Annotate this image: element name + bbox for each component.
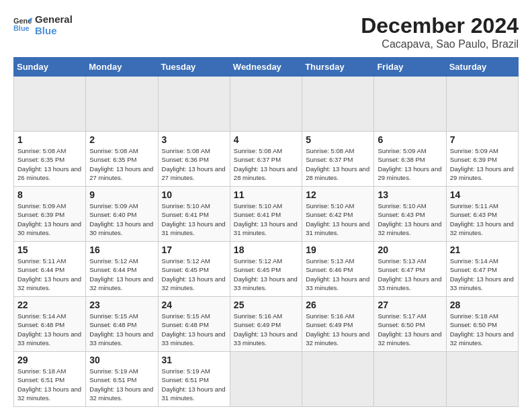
calendar-week-row: 22Sunrise: 5:14 AMSunset: 6:48 PMDayligh… [14,297,519,352]
logo: General Blue GeneralBlue [13,13,73,37]
calendar-cell: 24Sunrise: 5:15 AMSunset: 6:48 PMDayligh… [158,297,230,352]
calendar-cell: 20Sunrise: 5:13 AMSunset: 6:47 PMDayligh… [374,242,446,297]
calendar-week-row [14,77,519,132]
day-number: 24 [162,300,226,310]
day-info: Sunrise: 5:18 AMSunset: 6:50 PMDaylight:… [450,312,515,347]
day-info: Sunrise: 5:08 AMSunset: 6:35 PMDaylight:… [89,146,154,182]
calendar-week-row: 29Sunrise: 5:18 AMSunset: 6:51 PMDayligh… [14,352,519,407]
column-header-tuesday: Tuesday [158,58,230,77]
day-info: Sunrise: 5:08 AMSunset: 6:35 PMDaylight:… [17,146,82,182]
calendar-cell: 15Sunrise: 5:11 AMSunset: 6:44 PMDayligh… [14,242,86,297]
calendar-cell: 12Sunrise: 5:10 AMSunset: 6:42 PMDayligh… [302,187,374,242]
day-info: Sunrise: 5:08 AMSunset: 6:37 PMDaylight:… [306,146,370,182]
calendar-cell: 30Sunrise: 5:19 AMSunset: 6:51 PMDayligh… [86,352,158,407]
calendar-cell [14,77,86,132]
day-info: Sunrise: 5:09 AMSunset: 6:39 PMDaylight:… [450,146,515,182]
day-number: 30 [89,355,154,365]
calendar-cell: 13Sunrise: 5:10 AMSunset: 6:43 PMDayligh… [374,187,446,242]
day-info: Sunrise: 5:14 AMSunset: 6:48 PMDaylight:… [17,312,82,347]
day-info: Sunrise: 5:15 AMSunset: 6:48 PMDaylight:… [162,312,226,347]
day-info: Sunrise: 5:08 AMSunset: 6:37 PMDaylight:… [234,146,298,182]
calendar-cell: 28Sunrise: 5:18 AMSunset: 6:50 PMDayligh… [446,297,518,352]
day-info: Sunrise: 5:10 AMSunset: 6:41 PMDaylight:… [234,201,298,237]
calendar-cell: 4Sunrise: 5:08 AMSunset: 6:37 PMDaylight… [230,132,302,187]
day-number: 2 [89,134,154,145]
calendar-cell: 23Sunrise: 5:15 AMSunset: 6:48 PMDayligh… [86,297,158,352]
day-info: Sunrise: 5:19 AMSunset: 6:51 PMDaylight:… [162,367,226,402]
day-number: 29 [17,355,82,365]
calendar-cell: 8Sunrise: 5:09 AMSunset: 6:39 PMDaylight… [14,187,86,242]
day-number: 26 [306,300,370,310]
day-number: 6 [378,134,442,145]
calendar-cell [446,77,518,132]
day-info: Sunrise: 5:11 AMSunset: 6:43 PMDaylight:… [450,201,515,237]
calendar-cell [302,352,374,407]
column-header-wednesday: Wednesday [230,58,302,77]
calendar-cell [302,77,374,132]
column-header-monday: Monday [86,58,158,77]
day-info: Sunrise: 5:10 AMSunset: 6:41 PMDaylight:… [162,201,226,237]
day-info: Sunrise: 5:10 AMSunset: 6:42 PMDaylight:… [306,201,370,237]
day-info: Sunrise: 5:13 AMSunset: 6:47 PMDaylight:… [378,257,442,292]
title-block: December 2024 Cacapava, Sao Paulo, Brazi… [361,13,519,50]
calendar-cell: 17Sunrise: 5:12 AMSunset: 6:45 PMDayligh… [158,242,230,297]
day-number: 25 [234,300,298,310]
calendar-cell: 25Sunrise: 5:16 AMSunset: 6:49 PMDayligh… [230,297,302,352]
calendar-cell: 26Sunrise: 5:16 AMSunset: 6:49 PMDayligh… [302,297,374,352]
day-info: Sunrise: 5:14 AMSunset: 6:47 PMDaylight:… [450,257,515,292]
day-number: 3 [162,134,226,145]
day-number: 10 [162,189,226,200]
day-number: 18 [234,244,298,255]
day-number: 4 [234,134,298,145]
calendar-cell: 18Sunrise: 5:12 AMSunset: 6:45 PMDayligh… [230,242,302,297]
day-info: Sunrise: 5:12 AMSunset: 6:45 PMDaylight:… [234,257,298,292]
day-number: 15 [17,244,82,255]
day-info: Sunrise: 5:08 AMSunset: 6:36 PMDaylight:… [162,146,226,182]
day-number: 31 [162,355,226,365]
day-info: Sunrise: 5:15 AMSunset: 6:48 PMDaylight:… [89,312,154,347]
logo-text: GeneralBlue [35,13,73,37]
day-info: Sunrise: 5:09 AMSunset: 6:38 PMDaylight:… [378,146,442,182]
day-info: Sunrise: 5:09 AMSunset: 6:40 PMDaylight:… [89,201,154,237]
calendar-week-row: 8Sunrise: 5:09 AMSunset: 6:39 PMDaylight… [14,187,519,242]
month-title: December 2024 [361,13,519,38]
day-number: 16 [89,244,154,255]
day-number: 23 [89,300,154,310]
calendar-table: SundayMondayTuesdayWednesdayThursdayFrid… [13,57,519,407]
calendar-cell: 29Sunrise: 5:18 AMSunset: 6:51 PMDayligh… [14,352,86,407]
day-info: Sunrise: 5:16 AMSunset: 6:49 PMDaylight:… [306,312,370,347]
calendar-cell: 9Sunrise: 5:09 AMSunset: 6:40 PMDaylight… [86,187,158,242]
column-header-thursday: Thursday [302,58,374,77]
calendar-cell: 10Sunrise: 5:10 AMSunset: 6:41 PMDayligh… [158,187,230,242]
day-info: Sunrise: 5:19 AMSunset: 6:51 PMDaylight:… [89,367,154,402]
day-info: Sunrise: 5:10 AMSunset: 6:43 PMDaylight:… [378,201,442,237]
day-number: 1 [17,134,82,145]
day-info: Sunrise: 5:12 AMSunset: 6:44 PMDaylight:… [89,257,154,292]
day-number: 22 [17,300,82,310]
page-header: General Blue GeneralBlue December 2024 C… [13,13,519,50]
day-info: Sunrise: 5:18 AMSunset: 6:51 PMDaylight:… [17,367,82,402]
day-number: 8 [17,189,82,200]
calendar-cell: 19Sunrise: 5:13 AMSunset: 6:46 PMDayligh… [302,242,374,297]
calendar-cell [374,352,446,407]
day-number: 17 [162,244,226,255]
calendar-cell [374,77,446,132]
calendar-cell: 5Sunrise: 5:08 AMSunset: 6:37 PMDaylight… [302,132,374,187]
day-info: Sunrise: 5:11 AMSunset: 6:44 PMDaylight:… [17,257,82,292]
day-number: 13 [378,189,442,200]
day-info: Sunrise: 5:12 AMSunset: 6:45 PMDaylight:… [162,257,226,292]
day-number: 20 [378,244,442,255]
svg-text:Blue: Blue [13,25,30,33]
day-number: 14 [450,189,515,200]
calendar-cell: 2Sunrise: 5:08 AMSunset: 6:35 PMDaylight… [86,132,158,187]
day-info: Sunrise: 5:16 AMSunset: 6:49 PMDaylight:… [234,312,298,347]
calendar-cell [230,77,302,132]
calendar-cell [446,352,518,407]
column-header-friday: Friday [374,58,446,77]
day-info: Sunrise: 5:09 AMSunset: 6:39 PMDaylight:… [17,201,82,237]
logo-icon: General Blue [13,15,32,34]
calendar-cell: 11Sunrise: 5:10 AMSunset: 6:41 PMDayligh… [230,187,302,242]
calendar-cell: 1Sunrise: 5:08 AMSunset: 6:35 PMDaylight… [14,132,86,187]
calendar-cell: 6Sunrise: 5:09 AMSunset: 6:38 PMDaylight… [374,132,446,187]
day-number: 19 [306,244,370,255]
